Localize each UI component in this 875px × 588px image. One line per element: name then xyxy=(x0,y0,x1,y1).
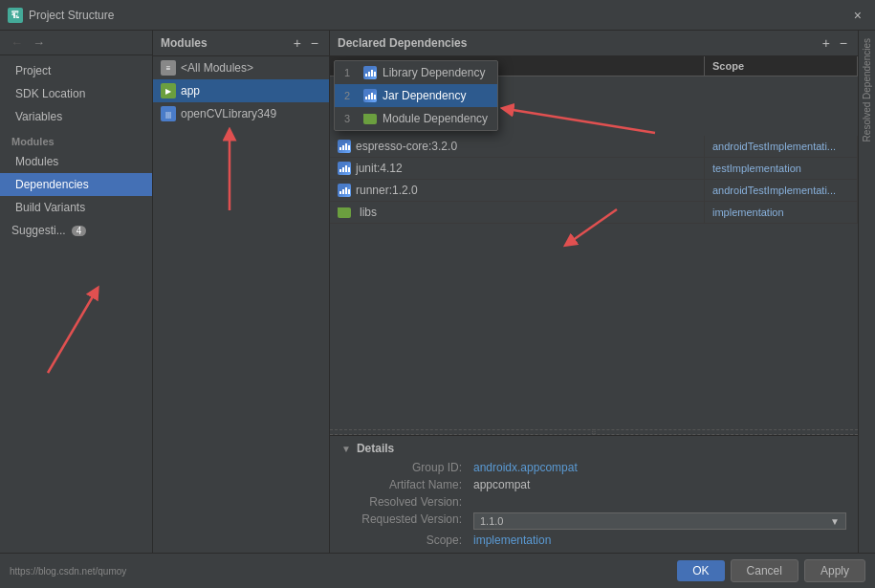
title-bar: 🏗 Project Structure × xyxy=(0,0,875,31)
junit-lib-icon xyxy=(338,162,351,175)
library-icon xyxy=(363,66,377,79)
module-item-app[interactable]: ▶ app xyxy=(153,79,329,102)
dep-panel-header: Declared Dependencies + − xyxy=(330,31,858,56)
select-chevron-icon: ▼ xyxy=(830,516,840,527)
dep-row-junit[interactable]: junit:4.12 testImplementation xyxy=(330,158,858,180)
runner-lib-icon xyxy=(338,184,351,197)
scope-label: Scope: xyxy=(341,534,466,547)
ok-button[interactable]: OK xyxy=(677,560,724,581)
sidebar-item-sdk-location[interactable]: SDK Location xyxy=(0,82,152,105)
group-id-value: androidx.appcompat xyxy=(473,461,846,474)
module-list: ≡ <All Modules> ▶ app ||| openCVLibrary3… xyxy=(153,56,329,553)
sidebar: ← → Project SDK Location Variables Modul… xyxy=(0,31,153,553)
scope-value: implementation xyxy=(473,534,846,547)
group-id-label: Group ID: xyxy=(341,461,466,474)
module-item-opencv[interactable]: ||| openCVLibrary349 xyxy=(153,102,329,125)
close-button[interactable]: × xyxy=(848,6,867,25)
dep-row-libs[interactable]: libs implementation xyxy=(330,202,858,224)
sidebar-item-project[interactable]: Project xyxy=(0,59,152,82)
resolved-version-label: Resolved Version: xyxy=(341,495,466,509)
artifact-name-label: Artifact Name: xyxy=(341,478,466,491)
sidebar-items: Project SDK Location Variables Modules M… xyxy=(0,55,152,553)
dep-toolbar: + − xyxy=(820,36,850,50)
dropdown-item-module[interactable]: 3 Module Dependency xyxy=(335,107,497,130)
modules-toolbar: + − xyxy=(291,36,321,50)
opencv-icon: ||| xyxy=(161,106,176,121)
sidebar-item-variables[interactable]: Variables xyxy=(0,105,152,128)
jar-icon xyxy=(363,89,377,102)
app-icon: 🏗 xyxy=(8,8,23,23)
dep-panel-title: Declared Dependencies xyxy=(338,36,467,50)
dep-add-btn[interactable]: + xyxy=(820,36,833,50)
all-modules-icon: ≡ xyxy=(161,60,176,76)
requested-version-label: Requested Version: xyxy=(341,512,466,530)
dropdown-item-jar[interactable]: 2 Jar Dependency xyxy=(335,84,497,107)
dependencies-panel: Declared Dependencies + − Scope 1 Librar… xyxy=(330,31,858,553)
details-title: Details xyxy=(357,442,394,455)
sidebar-item-suggestions[interactable]: Suggesti... 4 xyxy=(0,219,152,242)
espresso-lib-icon xyxy=(338,140,351,153)
sidebar-item-dependencies[interactable]: Dependencies xyxy=(0,173,152,196)
bottom-bar: https://blog.csdn.net/qumoy OK Cancel Ap… xyxy=(0,553,875,588)
sidebar-item-build-variants[interactable]: Build Variants xyxy=(0,196,152,219)
module-folder-icon xyxy=(363,114,377,124)
modules-panel-header: Modules + − xyxy=(153,31,329,56)
details-grid: Group ID: androidx.appcompat Artifact Na… xyxy=(341,461,846,547)
add-dropdown[interactable]: 1 Library Dependency 2 Jar Dependency 3 … xyxy=(334,60,498,131)
suggestions-badge: 4 xyxy=(72,226,87,236)
details-triangle-icon: ▼ xyxy=(341,444,351,454)
resolved-sidebar-label: Resolved Dependencies xyxy=(860,31,874,149)
apply-button[interactable]: Apply xyxy=(804,559,865,582)
dep-remove-btn[interactable]: − xyxy=(837,36,850,50)
modules-section-header: Modules xyxy=(0,128,152,150)
window-title: Project Structure xyxy=(29,9,848,22)
sidebar-item-modules[interactable]: Modules xyxy=(0,150,152,173)
dep-scope-col-header: Scope xyxy=(705,56,858,76)
dep-row-runner[interactable]: runner:1.2.0 androidTestImplementati... xyxy=(330,180,858,202)
modules-remove-btn[interactable]: − xyxy=(308,36,321,50)
dep-row-espresso[interactable]: espresso-core:3.2.0 androidTestImplement… xyxy=(330,136,858,158)
cancel-button[interactable]: Cancel xyxy=(731,559,798,582)
dep-table: Scope 1 Library Dependency 2 Jar Depende… xyxy=(330,56,858,429)
details-header: ▼ Details xyxy=(341,442,846,455)
sidebar-nav: ← → xyxy=(0,31,152,55)
watermark: https://blog.csdn.net/qumoy xyxy=(10,566,671,577)
modules-panel: Modules + − ≡ <All Modules> ▶ app ||| op… xyxy=(153,31,330,553)
modules-panel-title: Modules xyxy=(161,36,208,50)
artifact-name-value: appcompat xyxy=(473,478,846,491)
details-panel: ▼ Details Group ID: androidx.appcompat A… xyxy=(330,435,858,553)
forward-button[interactable]: → xyxy=(30,34,48,51)
modules-add-btn[interactable]: + xyxy=(291,36,304,50)
dropdown-item-library[interactable]: 1 Library Dependency xyxy=(335,61,497,84)
module-item-all[interactable]: ≡ <All Modules> xyxy=(153,56,329,79)
back-button[interactable]: ← xyxy=(8,34,26,51)
requested-version-select[interactable]: 1.1.0 ▼ xyxy=(473,512,846,530)
app-folder-icon: ▶ xyxy=(161,83,176,98)
main-content: ← → Project SDK Location Variables Modul… xyxy=(0,31,875,553)
resolved-sidebar[interactable]: Resolved Dependencies xyxy=(858,31,875,553)
libs-folder-icon xyxy=(338,207,351,218)
resolved-version-value xyxy=(473,495,846,509)
